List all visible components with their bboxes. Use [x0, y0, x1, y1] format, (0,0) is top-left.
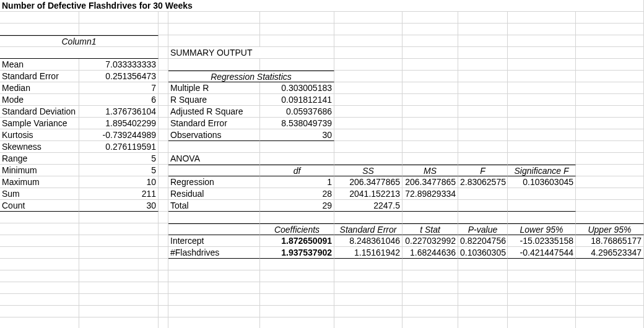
stat-value-sum: 211 [79, 188, 159, 200]
coef-header-l95: Lower 95% [508, 223, 576, 235]
reg-label-se: Standard Error [168, 118, 260, 129]
reg-value-rsq: 0.091812141 [260, 94, 334, 106]
summary-output-label: SUMMARY OUTPUT [168, 47, 334, 59]
reg-label-multipler: Multiple R [168, 82, 260, 94]
stat-value-count: 30 [79, 200, 159, 212]
stat-value-se: 0.251356473 [79, 71, 159, 82]
coef-fd-t: 1.68244636 [402, 247, 458, 259]
coef-header-u95: Upper 95% [576, 223, 644, 235]
anova-header-sigf: Significance F [508, 165, 576, 176]
anova-reg-sig: 0.103603045 [508, 176, 576, 188]
coef-int-t: 0.227032992 [402, 235, 458, 247]
stat-value-min: 5 [79, 165, 159, 176]
reg-label-obs: Observations [168, 129, 260, 141]
reg-value-arsq: 0.05937686 [260, 106, 334, 118]
coef-fd-coef: 1.937537902 [260, 247, 334, 259]
anova-title: ANOVA [168, 153, 260, 165]
stat-label-count: Count [0, 200, 79, 212]
anova-header-ms: MS [402, 165, 458, 176]
spreadsheet[interactable]: // We will draw blank cells underlay via… [0, 0, 644, 328]
coef-row-intercept: Intercept [168, 235, 260, 247]
stat-value-kurt: -0.739244989 [79, 129, 159, 141]
stat-label-se: Standard Error [0, 71, 79, 82]
column1-header: Column1 [0, 35, 159, 47]
stat-label-mean: Mean [0, 59, 79, 71]
coef-int-se: 8.248361046 [334, 235, 402, 247]
regression-stats-title: Regression Statistics [168, 71, 334, 82]
stat-label-sum: Sum [0, 188, 79, 200]
stat-value-median: 7 [79, 82, 159, 94]
reg-label-arsq: Adjusted R Square [168, 106, 260, 118]
coef-int-coef: 1.872650091 [260, 235, 334, 247]
stat-value-skew: 0.276119591 [79, 141, 159, 153]
coef-header-t: t Stat [402, 223, 458, 235]
coef-header-p: P-value [458, 223, 508, 235]
reg-label-rsq: R Square [168, 94, 260, 106]
anova-row-regression: Regression [168, 176, 260, 188]
stat-value-sv: 1.895402299 [79, 118, 159, 129]
stat-value-max: 10 [79, 176, 159, 188]
stat-label-mode: Mode [0, 94, 79, 106]
coef-int-l95: -15.02335158 [508, 235, 576, 247]
stat-value-range: 5 [79, 153, 159, 165]
reg-value-se: 8.538049739 [260, 118, 334, 129]
coef-fd-u95: 4.296523347 [576, 247, 644, 259]
page-title: Number of Defective Flashdrives for 30 W… [0, 0, 644, 12]
stat-value-sd: 1.376736104 [79, 106, 159, 118]
stat-label-range: Range [0, 153, 79, 165]
coef-int-p: 0.82204756 [458, 235, 508, 247]
anova-header-f: F [458, 165, 508, 176]
coef-int-u95: 18.76865177 [576, 235, 644, 247]
stat-value-mean: 7.033333333 [79, 59, 159, 71]
anova-row-total: Total [168, 200, 260, 212]
anova-header-ss: SS [334, 165, 402, 176]
anova-tot-df: 29 [260, 200, 334, 212]
anova-reg-ms: 206.3477865 [402, 176, 458, 188]
anova-tot-ss: 2247.5 [334, 200, 402, 212]
coef-row-flashdrives: #Flashdrives [168, 247, 260, 259]
coef-header-coef: Coefficients [260, 223, 334, 235]
anova-res-ss: 2041.152213 [334, 188, 402, 200]
stat-value-mode: 6 [79, 94, 159, 106]
reg-value-multipler: 0.303005183 [260, 82, 334, 94]
coef-fd-se: 1.15161942 [334, 247, 402, 259]
stat-label-median: Median [0, 82, 79, 94]
stat-label-sv: Sample Variance [0, 118, 79, 129]
stat-label-min: Minimum [0, 165, 79, 176]
stat-label-kurt: Kurtosis [0, 129, 79, 141]
anova-res-ms: 72.89829334 [402, 188, 458, 200]
anova-reg-df: 1 [260, 176, 334, 188]
stat-label-skew: Skewness [0, 141, 79, 153]
coef-fd-l95: -0.421447544 [508, 247, 576, 259]
anova-reg-f: 2.83062575 [458, 176, 508, 188]
coef-fd-p: 0.10360305 [458, 247, 508, 259]
anova-res-df: 28 [260, 188, 334, 200]
stat-label-sd: Standard Deviation [0, 106, 79, 118]
coef-header-se: Standard Error [334, 223, 402, 235]
anova-reg-ss: 206.3477865 [334, 176, 402, 188]
anova-row-residual: Residual [168, 188, 260, 200]
anova-header-df: df [260, 165, 334, 176]
reg-value-obs: 30 [260, 129, 334, 141]
stat-label-max: Maximum [0, 176, 79, 188]
